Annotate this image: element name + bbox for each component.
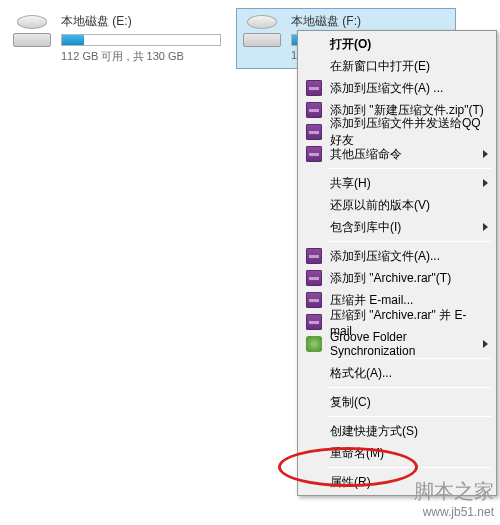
separator [328,387,492,388]
menu-add-to-archive[interactable]: 添加到压缩文件(A) ... [300,77,494,99]
archive-icon [306,146,322,162]
menu-other-archive[interactable]: 其他压缩命令 [300,143,494,165]
submenu-arrow-icon [483,150,488,158]
drive-e[interactable]: 本地磁盘 (E:) 112 GB 可用 , 共 130 GB [6,8,226,69]
separator [328,358,492,359]
drive-e-stats: 112 GB 可用 , 共 130 GB [61,49,221,64]
separator [328,467,492,468]
watermark: 脚本之家 www.jb51.net [414,478,494,519]
archive-icon [306,80,322,96]
archive-icon [306,124,322,140]
menu-include-library[interactable]: 包含到库中(I) [300,216,494,238]
menu-add-to-archive-2[interactable]: 添加到压缩文件(A)... [300,245,494,267]
drive-e-name: 本地磁盘 (E:) [61,13,221,30]
archive-icon [306,248,322,264]
separator [328,241,492,242]
archive-icon [306,102,322,118]
submenu-arrow-icon [483,340,488,348]
separator [328,416,492,417]
archive-icon [306,292,322,308]
menu-rename[interactable]: 重命名(M) [300,442,494,464]
archive-icon [306,314,322,330]
menu-copy[interactable]: 复制(C) [300,391,494,413]
submenu-arrow-icon [483,179,488,187]
drive-e-usage-bar [61,34,221,46]
menu-restore-versions[interactable]: 还原以前的版本(V) [300,194,494,216]
submenu-arrow-icon [483,223,488,231]
menu-add-to-rar[interactable]: 添加到 "Archive.rar"(T) [300,267,494,289]
menu-share[interactable]: 共享(H) [300,172,494,194]
context-menu: 打开(O) 在新窗口中打开(E) 添加到压缩文件(A) ... 添加到 "新建压… [297,30,497,496]
menu-open[interactable]: 打开(O) [300,33,494,55]
drive-f-name: 本地磁盘 (F:) [291,13,451,30]
menu-open-new-window[interactable]: 在新窗口中打开(E) [300,55,494,77]
menu-add-send-qq[interactable]: 添加到压缩文件并发送给QQ好友 [300,121,494,143]
menu-create-shortcut[interactable]: 创建快捷方式(S) [300,420,494,442]
hdd-icon [241,13,283,49]
separator [328,168,492,169]
archive-icon [306,270,322,286]
menu-groove[interactable]: Groove Folder Synchronization [300,333,494,355]
menu-format[interactable]: 格式化(A)... [300,362,494,384]
groove-icon [306,336,322,352]
hdd-icon [11,13,53,49]
